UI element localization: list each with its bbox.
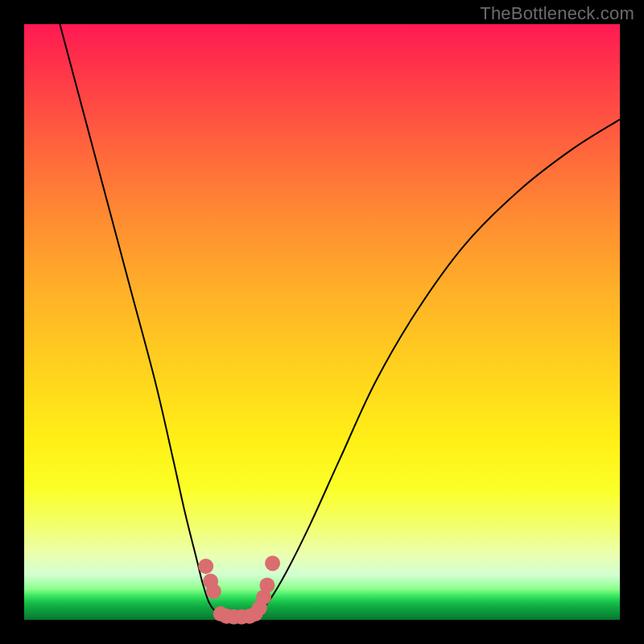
- watermark-text: TheBottleneck.com: [480, 3, 634, 24]
- data-marker: [198, 559, 213, 574]
- plot-area: [24, 24, 620, 620]
- chart-frame: TheBottleneck.com: [0, 0, 644, 644]
- curve-layer: [24, 24, 620, 620]
- data-marker: [265, 555, 280, 571]
- data-marker: [206, 584, 221, 599]
- bottleneck-curve-path: [60, 24, 620, 617]
- data-markers: [198, 555, 280, 625]
- data-marker: [259, 578, 275, 593]
- bottleneck-curve: [60, 24, 620, 617]
